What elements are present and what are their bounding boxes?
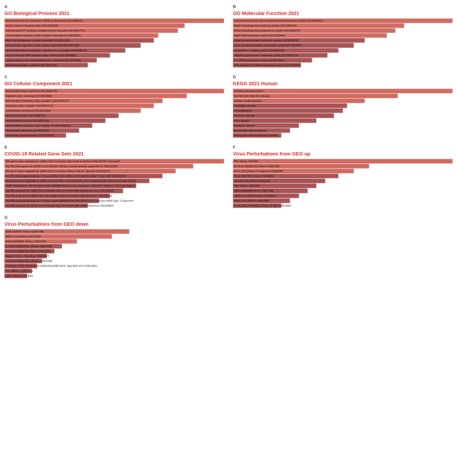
bar-label: Top 500 up genes for SARS-CoV-2 infectio… [4, 188, 224, 193]
list-item: mitochondrial envelope (GO:0005740) [4, 119, 224, 123]
section-e: E COVID-19 Related Gene Sets 2021 500 ge… [4, 145, 224, 209]
list-item: protein insertion into mitochondrial inn… [4, 58, 224, 62]
list-item: DNA-directed 5'-3' RNA polymerase activi… [233, 63, 453, 67]
bar-label: Huntington disease [233, 103, 453, 108]
list-item: mitochondrial respiratory chain complex … [4, 99, 224, 103]
bar-label: oxidoreduction-driven active transmembra… [233, 18, 453, 23]
bar-label: SARS-CoV 84Hour GSE47960 [4, 234, 129, 239]
list-item: Amyotrophic lateral sclerosis [233, 128, 453, 133]
section-f-bars: RSV 4Hour GSE3397A-CA-04-2009(H1N1) 0Hou… [233, 159, 453, 208]
section-g-bars: SARS-dORF6 72Hour GSE47960SARS-CoV 84Hou… [4, 229, 129, 278]
list-item: Rabies CVS-11 7day-Brain GSE30577 [4, 254, 129, 258]
section-d-bars: Oxidative phosphorylationNon-alcoholic f… [233, 89, 453, 138]
bar-label: Rabies CVS-11 7day-Brain GSE30577 [4, 254, 129, 258]
bar-label: mitochondrial matrix (GO:0005759) [4, 113, 224, 118]
bar-label: Prion disease [233, 119, 453, 123]
bar-label: Amyotrophic lateral sclerosis [233, 128, 453, 133]
list-item: SARS-BatSRBD 0Hour GSE47960 [233, 188, 453, 193]
bar-label: ubiquinol-cytochrome-c reductase activit… [233, 53, 453, 58]
bar-label: HCoV-EMC2012 3Hour GSE45042 [233, 174, 453, 178]
list-item: Huntington disease [233, 103, 453, 108]
list-item: 500 genes down-regulated by SARS-CoV-2 i… [4, 159, 224, 163]
list-item: RSV 24Hour GSE3397 [233, 184, 453, 188]
bar-label: Diabetic cardiomyopathy [233, 99, 453, 103]
bar-label: Alzheimer disease [233, 123, 453, 128]
list-item: mitochondrial ATP synthesis coupled elec… [4, 28, 224, 33]
bar-label: SARS Perturbation; 348 Up Genes from GEN… [4, 184, 224, 188]
bar-label: mitochondrial inner membrane (GO:0005743… [4, 89, 224, 93]
list-item: rRNA pseudouridine synthesis (GO:0031118… [4, 63, 224, 67]
list-item: Thermogenesis [233, 108, 453, 113]
list-item: Diabetic cardiomyopathy [233, 99, 453, 103]
list-item: Oxidative phosphorylation [233, 89, 453, 93]
bar-label: NADH dehydrogenase (quinone) activity (G… [233, 23, 453, 28]
list-item: Parkinson disease [233, 113, 453, 118]
list-item: mitochondrial inner membrane (GO:0005743… [4, 89, 224, 93]
bar-label: mitochondrial respiratory chain complex … [4, 123, 224, 128]
bar-label: hMPV 24Hour GSE8961 [4, 274, 129, 278]
bar-label: NADH dehydrogenase (ubiquinone) activity… [233, 28, 453, 33]
list-item: RSV 48Hour GSE32138 [4, 269, 129, 273]
list-item: A-CA-04-2009(H1N1) 36Hour GSE47961 [4, 244, 129, 248]
section-d-title: KEGG 2021 Human [233, 81, 453, 86]
section-a: A GO Biological Process 2021 mitochondri… [4, 4, 224, 68]
bar-label: 500 genes down-regulated by SARS-CoV-2 (… [4, 179, 224, 183]
section-g: G Virus Perturbations from GEO down SARS… [4, 215, 453, 279]
list-item: respiratory chain complex I (GO:0045271) [4, 103, 224, 108]
section-b-title: GO Molecular Function 2021 [233, 10, 453, 16]
bar-label: mitochondrial electron transport, NADH t… [4, 18, 224, 23]
list-item: Top 500 up genes for SARS CoV-2 late-sta… [4, 194, 224, 198]
list-item: mitochondrial electron transport, NADH t… [4, 18, 224, 23]
list-item: mitochondrial respiratory chain complex … [4, 123, 224, 128]
bar-label: mitochondrial ribosome (GO:0005761) [4, 128, 224, 133]
bar-label: Top 500 down genes for SARS-CoV-2 infect… [4, 164, 224, 168]
list-item: Top 500 up genes for SARS-CoV-2 infectio… [4, 204, 224, 208]
bar-label: Retrograde endocannabinoid signaling [233, 133, 453, 138]
section-e-label: E [4, 145, 224, 150]
section-a-label: A [4, 4, 224, 9]
list-item: mitochondrial respiratory chain complex … [4, 33, 224, 38]
list-item: mitochondrial electron transport, cytoch… [4, 48, 224, 53]
list-item: NADH dehydrogenase activity (GO:0003954) [233, 33, 453, 38]
bar-label: SARS-CoV 84Hour GSE47962 [233, 198, 453, 203]
list-item: A-CA-04-2009(H1N1) 0Hour GSE47960 [233, 164, 453, 168]
bar-label: RSV 48Hour GSE32138 [4, 269, 129, 273]
bar-label: organelle inner membrane (GO:0019866) [4, 94, 224, 98]
bar-label: Parkinson disease [233, 113, 453, 118]
list-item: Top 500 up genes for SARS-CoV-2 infectio… [4, 188, 224, 193]
list-item: hMPV 24Hour GSE8961 [4, 274, 129, 278]
bar-label: HIV-1 LAI 12Hour-UV treatment GSE56484 [233, 169, 453, 173]
bar-label: A-Vietnam-1203 CIP048 RG4-2004(H5N1)PB2-… [4, 264, 129, 268]
list-item: A-CA-04-2009(H1N1) 6Hour GSE47962 [4, 249, 129, 253]
bar-label: respiratory chain complex I (GO:0045271) [4, 103, 224, 108]
bar-label: Non-alcoholic fatty liver disease [233, 94, 453, 98]
section-c-label: C [4, 75, 224, 79]
section-b-bars: oxidoreduction-driven active transmembra… [233, 18, 453, 67]
list-item: active ion transmembrane transporter act… [233, 43, 453, 48]
bar-label: A-CA-04-2009(H1N1) 36Hour GSE47961 [4, 244, 129, 248]
section-f-title: Virus Perturbations from GEO up [233, 151, 453, 157]
list-item: A-CA-04-2009(H1N1) 36Hour GSE47962 [4, 259, 129, 263]
list-item: 500 genes down-regulated by SARS-CoV-2 (… [4, 179, 224, 183]
list-item: SARS-CoV 84Hour GSE47960 [4, 234, 129, 239]
bar-label: Top 500 downregulated genes in mouse kid… [4, 174, 224, 178]
bar-label: SARS-dORF6 72Hour GSE47960 [4, 229, 129, 234]
list-item: Non-alcoholic fatty liver disease [233, 94, 453, 98]
bar-label: rRNA pseudouridine synthesis (GO:0031118… [4, 63, 224, 67]
bar-label: enzyme-directed rRNA pseudouridine synth… [4, 53, 224, 58]
list-item: organelle inner membrane (GO:0019866) [4, 94, 224, 98]
section-f-label: F [233, 145, 453, 150]
list-item: 5'-3' RNA polymerase activity (GO:003406… [233, 58, 453, 62]
list-item: A-VN-1203-2004(H5N1) Day1-10^3pfu GSE332… [233, 204, 453, 208]
bar-label: Top 500 downregulated genes in human nas… [4, 198, 224, 203]
bar-label: Oxidative phosphorylation [233, 89, 453, 93]
list-item: mitochondrial matrix (GO:0005759) [4, 113, 224, 118]
bar-label: cytochrome-c oxidase activity (GO:000412… [233, 48, 453, 53]
bar-label: SARS-BatSRBD 0Hour GSE47960 [233, 188, 453, 193]
bar-label: A-CA-04-2009(H1N1) 0Hour GSE47960 [233, 164, 453, 168]
bar-label: proton transmembrane transporter activit… [233, 38, 453, 42]
section-g-title: Virus Perturbations from GEO down [4, 221, 453, 227]
bar-label: protein insertion into mitochondrial inn… [4, 58, 224, 62]
list-item: mitochondrial respiratory chain complex … [4, 43, 224, 48]
list-item: enzyme-directed rRNA pseudouridine synth… [4, 53, 224, 58]
